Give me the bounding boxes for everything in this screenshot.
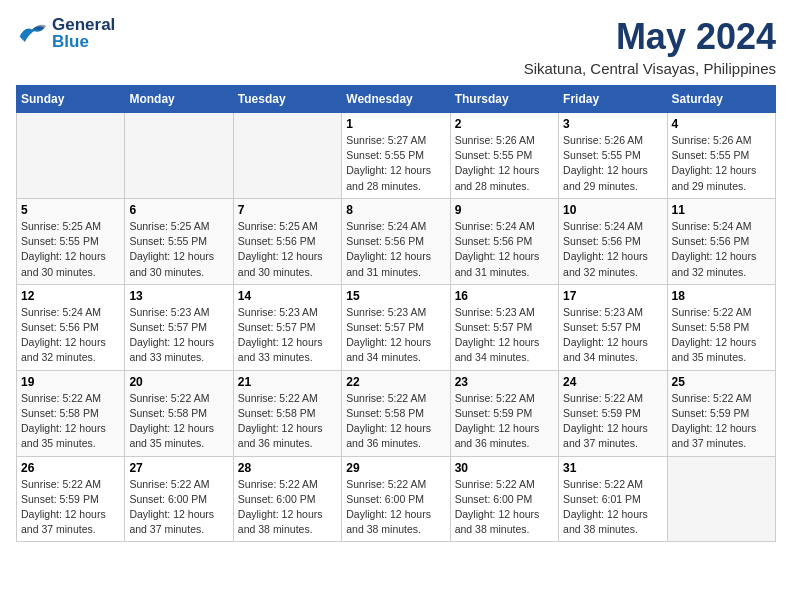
calendar-cell — [667, 456, 775, 542]
day-info: Sunrise: 5:24 AMSunset: 5:56 PMDaylight:… — [672, 219, 771, 280]
calendar-cell: 18Sunrise: 5:22 AMSunset: 5:58 PMDayligh… — [667, 284, 775, 370]
calendar-cell: 13Sunrise: 5:23 AMSunset: 5:57 PMDayligh… — [125, 284, 233, 370]
bird-logo-icon — [16, 17, 48, 49]
page-subtitle: Sikatuna, Central Visayas, Philippines — [524, 60, 776, 77]
calendar-cell: 3Sunrise: 5:26 AMSunset: 5:55 PMDaylight… — [559, 113, 667, 199]
calendar-week-row: 5Sunrise: 5:25 AMSunset: 5:55 PMDaylight… — [17, 198, 776, 284]
day-info: Sunrise: 5:26 AMSunset: 5:55 PMDaylight:… — [455, 133, 554, 194]
day-number: 1 — [346, 117, 445, 131]
calendar-cell: 7Sunrise: 5:25 AMSunset: 5:56 PMDaylight… — [233, 198, 341, 284]
day-info: Sunrise: 5:22 AMSunset: 5:59 PMDaylight:… — [455, 391, 554, 452]
day-info: Sunrise: 5:22 AMSunset: 6:00 PMDaylight:… — [346, 477, 445, 538]
day-number: 11 — [672, 203, 771, 217]
calendar-cell: 16Sunrise: 5:23 AMSunset: 5:57 PMDayligh… — [450, 284, 558, 370]
day-number: 26 — [21, 461, 120, 475]
calendar-cell: 31Sunrise: 5:22 AMSunset: 6:01 PMDayligh… — [559, 456, 667, 542]
day-number: 31 — [563, 461, 662, 475]
day-number: 27 — [129, 461, 228, 475]
day-number: 7 — [238, 203, 337, 217]
day-info: Sunrise: 5:22 AMSunset: 6:00 PMDaylight:… — [238, 477, 337, 538]
logo-blue-text: Blue — [52, 33, 115, 50]
day-header-sunday: Sunday — [17, 86, 125, 113]
day-number: 21 — [238, 375, 337, 389]
calendar-table: SundayMondayTuesdayWednesdayThursdayFrid… — [16, 85, 776, 542]
day-number: 23 — [455, 375, 554, 389]
day-number: 29 — [346, 461, 445, 475]
day-info: Sunrise: 5:24 AMSunset: 5:56 PMDaylight:… — [346, 219, 445, 280]
calendar-cell: 21Sunrise: 5:22 AMSunset: 5:58 PMDayligh… — [233, 370, 341, 456]
day-number: 22 — [346, 375, 445, 389]
day-number: 25 — [672, 375, 771, 389]
day-header-tuesday: Tuesday — [233, 86, 341, 113]
calendar-body: 1Sunrise: 5:27 AMSunset: 5:55 PMDaylight… — [17, 113, 776, 542]
calendar-cell: 14Sunrise: 5:23 AMSunset: 5:57 PMDayligh… — [233, 284, 341, 370]
calendar-cell — [233, 113, 341, 199]
day-info: Sunrise: 5:23 AMSunset: 5:57 PMDaylight:… — [238, 305, 337, 366]
day-info: Sunrise: 5:22 AMSunset: 5:59 PMDaylight:… — [563, 391, 662, 452]
day-info: Sunrise: 5:22 AMSunset: 5:58 PMDaylight:… — [21, 391, 120, 452]
calendar-cell: 29Sunrise: 5:22 AMSunset: 6:00 PMDayligh… — [342, 456, 450, 542]
calendar-cell — [125, 113, 233, 199]
day-info: Sunrise: 5:22 AMSunset: 6:01 PMDaylight:… — [563, 477, 662, 538]
calendar-week-row: 26Sunrise: 5:22 AMSunset: 5:59 PMDayligh… — [17, 456, 776, 542]
day-header-monday: Monday — [125, 86, 233, 113]
calendar-cell: 27Sunrise: 5:22 AMSunset: 6:00 PMDayligh… — [125, 456, 233, 542]
page-title: May 2024 — [524, 16, 776, 58]
day-info: Sunrise: 5:22 AMSunset: 6:00 PMDaylight:… — [455, 477, 554, 538]
calendar-cell: 23Sunrise: 5:22 AMSunset: 5:59 PMDayligh… — [450, 370, 558, 456]
day-header-wednesday: Wednesday — [342, 86, 450, 113]
calendar-cell: 9Sunrise: 5:24 AMSunset: 5:56 PMDaylight… — [450, 198, 558, 284]
day-info: Sunrise: 5:23 AMSunset: 5:57 PMDaylight:… — [563, 305, 662, 366]
calendar-cell: 2Sunrise: 5:26 AMSunset: 5:55 PMDaylight… — [450, 113, 558, 199]
calendar-cell: 5Sunrise: 5:25 AMSunset: 5:55 PMDaylight… — [17, 198, 125, 284]
day-info: Sunrise: 5:25 AMSunset: 5:55 PMDaylight:… — [129, 219, 228, 280]
day-info: Sunrise: 5:22 AMSunset: 5:58 PMDaylight:… — [672, 305, 771, 366]
calendar-cell: 15Sunrise: 5:23 AMSunset: 5:57 PMDayligh… — [342, 284, 450, 370]
day-info: Sunrise: 5:26 AMSunset: 5:55 PMDaylight:… — [672, 133, 771, 194]
day-number: 4 — [672, 117, 771, 131]
title-block: May 2024 Sikatuna, Central Visayas, Phil… — [524, 16, 776, 77]
calendar-cell: 24Sunrise: 5:22 AMSunset: 5:59 PMDayligh… — [559, 370, 667, 456]
day-number: 20 — [129, 375, 228, 389]
day-number: 8 — [346, 203, 445, 217]
day-number: 3 — [563, 117, 662, 131]
day-header-thursday: Thursday — [450, 86, 558, 113]
day-info: Sunrise: 5:23 AMSunset: 5:57 PMDaylight:… — [455, 305, 554, 366]
calendar-cell: 26Sunrise: 5:22 AMSunset: 5:59 PMDayligh… — [17, 456, 125, 542]
day-header-friday: Friday — [559, 86, 667, 113]
day-info: Sunrise: 5:22 AMSunset: 5:59 PMDaylight:… — [672, 391, 771, 452]
day-info: Sunrise: 5:26 AMSunset: 5:55 PMDaylight:… — [563, 133, 662, 194]
calendar-cell: 10Sunrise: 5:24 AMSunset: 5:56 PMDayligh… — [559, 198, 667, 284]
day-info: Sunrise: 5:27 AMSunset: 5:55 PMDaylight:… — [346, 133, 445, 194]
day-info: Sunrise: 5:24 AMSunset: 5:56 PMDaylight:… — [21, 305, 120, 366]
day-number: 12 — [21, 289, 120, 303]
day-number: 24 — [563, 375, 662, 389]
day-info: Sunrise: 5:25 AMSunset: 5:56 PMDaylight:… — [238, 219, 337, 280]
day-number: 15 — [346, 289, 445, 303]
calendar-cell: 12Sunrise: 5:24 AMSunset: 5:56 PMDayligh… — [17, 284, 125, 370]
day-number: 14 — [238, 289, 337, 303]
day-header-saturday: Saturday — [667, 86, 775, 113]
calendar-week-row: 19Sunrise: 5:22 AMSunset: 5:58 PMDayligh… — [17, 370, 776, 456]
logo: General Blue — [16, 16, 115, 50]
day-info: Sunrise: 5:25 AMSunset: 5:55 PMDaylight:… — [21, 219, 120, 280]
calendar-week-row: 12Sunrise: 5:24 AMSunset: 5:56 PMDayligh… — [17, 284, 776, 370]
calendar-cell: 25Sunrise: 5:22 AMSunset: 5:59 PMDayligh… — [667, 370, 775, 456]
calendar-cell: 19Sunrise: 5:22 AMSunset: 5:58 PMDayligh… — [17, 370, 125, 456]
calendar-cell: 11Sunrise: 5:24 AMSunset: 5:56 PMDayligh… — [667, 198, 775, 284]
day-info: Sunrise: 5:22 AMSunset: 5:59 PMDaylight:… — [21, 477, 120, 538]
day-number: 17 — [563, 289, 662, 303]
logo-text: General Blue — [52, 16, 115, 50]
day-number: 16 — [455, 289, 554, 303]
day-number: 19 — [21, 375, 120, 389]
day-number: 5 — [21, 203, 120, 217]
day-number: 13 — [129, 289, 228, 303]
day-number: 10 — [563, 203, 662, 217]
calendar-cell: 20Sunrise: 5:22 AMSunset: 5:58 PMDayligh… — [125, 370, 233, 456]
calendar-cell: 1Sunrise: 5:27 AMSunset: 5:55 PMDaylight… — [342, 113, 450, 199]
calendar-cell: 8Sunrise: 5:24 AMSunset: 5:56 PMDaylight… — [342, 198, 450, 284]
day-number: 6 — [129, 203, 228, 217]
day-number: 30 — [455, 461, 554, 475]
calendar-cell: 6Sunrise: 5:25 AMSunset: 5:55 PMDaylight… — [125, 198, 233, 284]
day-info: Sunrise: 5:22 AMSunset: 5:58 PMDaylight:… — [238, 391, 337, 452]
